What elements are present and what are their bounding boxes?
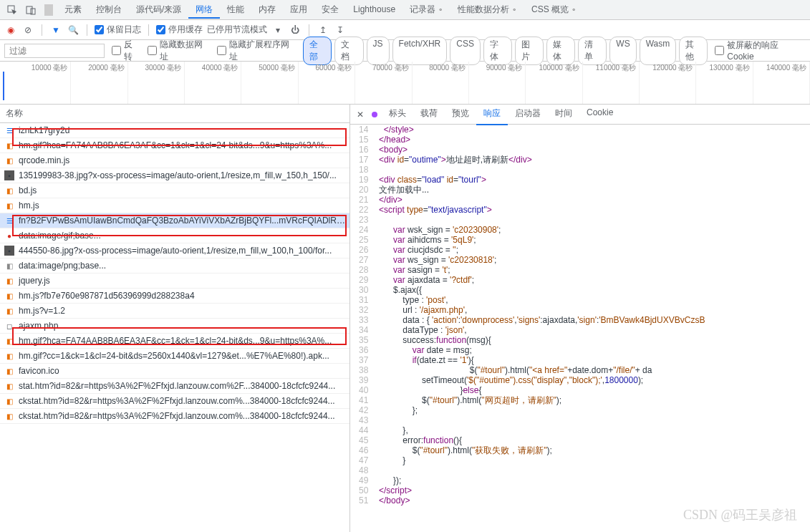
detail-tab-5[interactable]: 时间 <box>548 105 579 125</box>
invert-toggle[interactable]: 反转 <box>112 39 140 63</box>
panel-tab-7[interactable]: 安全 <box>314 1 346 19</box>
disable-cache-toggle[interactable]: 停用缓存 <box>156 24 203 36</box>
request-row[interactable]: ◻ajaxm.php <box>0 319 349 334</box>
type-pill-清单[interactable]: 清单 <box>578 37 607 65</box>
panel-tab-11[interactable]: CSS 概览⚬ <box>524 1 584 19</box>
file-type-icon: ◧ <box>4 200 14 211</box>
record-icon[interactable]: ◉ <box>4 24 17 37</box>
type-pill-JS[interactable]: JS <box>367 37 390 65</box>
panel-tab-9[interactable]: 记录器⚬ <box>402 1 450 19</box>
request-name: jquery.js <box>19 276 50 286</box>
throttling-select[interactable]: 已停用节流模式 <box>207 24 267 36</box>
hide-data-toggle[interactable]: 隐藏数据网址 <box>148 39 210 63</box>
type-pill-WS[interactable]: WS <box>609 37 636 65</box>
blocked-cookies-toggle[interactable]: 被屏蔽的响应 Cookie <box>715 39 806 62</box>
code-line: var ajaxdata = '?ctdf'; <box>374 275 806 285</box>
detail-tab-2[interactable]: 预览 <box>445 105 476 125</box>
detail-tab-3[interactable]: 响应 <box>476 105 508 125</box>
panel-tab-1[interactable]: 控制台 <box>89 1 129 19</box>
request-row[interactable]: ◧data:image/png;base... <box>0 258 349 274</box>
panel-tab-6[interactable]: 应用 <box>283 1 314 19</box>
request-list-panel: 名称 ☰iznLk17gry2d◧hm.gif?hca=FA74AAB8BA6E… <box>0 105 350 532</box>
request-row[interactable]: ◧ckstat.htm?id=82&r=https%3A%2F%2Ffxjd.l… <box>0 409 349 424</box>
type-pill-文档[interactable]: 文档 <box>334 37 363 65</box>
filter-icon[interactable]: ▼ <box>49 24 62 37</box>
response-code-view[interactable]: 1415161718192021222324252627282930313233… <box>350 125 810 532</box>
panel-tab-8[interactable]: Lighthouse <box>346 1 402 19</box>
request-row[interactable]: ◧bd.js <box>0 183 349 198</box>
detail-tab-4[interactable]: 启动器 <box>508 105 548 125</box>
type-pill-其他[interactable]: 其他 <box>679 37 708 65</box>
preserve-log-toggle[interactable]: 保留日志 <box>95 24 141 36</box>
panel-tab-0[interactable]: 元素 <box>57 1 89 19</box>
request-row[interactable]: ▪444550-86.jpg?x-oss-process=image/auto-… <box>0 243 349 258</box>
panel-tab-5[interactable]: 内存 <box>251 1 283 19</box>
request-row[interactable]: ☰iznLk17gry2d <box>0 123 349 138</box>
chevron-down-icon[interactable]: ▾ <box>271 24 284 37</box>
request-row[interactable]: ◧hm.gif?cc=1&ck=1&cl=24-bit&ds=2560x1440… <box>0 349 349 364</box>
request-row[interactable]: ◧favicon.ico <box>0 364 349 379</box>
panel-tab-10[interactable]: 性能数据分析⚬ <box>450 1 524 19</box>
type-pill-字体[interactable]: 字体 <box>483 37 512 65</box>
code-line: type : 'post', <box>374 295 806 305</box>
type-pill-图片[interactable]: 图片 <box>515 37 544 65</box>
name-column-header[interactable]: 名称 <box>0 105 349 123</box>
download-icon[interactable]: ↧ <box>334 24 347 37</box>
request-row[interactable]: ◧hm.gif?hca=FA74AAB8BA6EA3AF&cc=1&ck=1&c… <box>0 138 349 153</box>
request-name: ajaxm.php <box>19 321 58 331</box>
filter-input[interactable] <box>4 44 105 58</box>
hide-ext-toggle[interactable]: 隐藏扩展程序网址 <box>217 39 296 63</box>
upload-icon[interactable]: ↥ <box>317 24 329 37</box>
code-line: url : '/ajaxm.php', <box>374 305 806 315</box>
detail-tab-1[interactable]: 载荷 <box>413 105 445 125</box>
type-pill-全部[interactable]: 全部 <box>303 37 332 65</box>
request-name: stat.htm?id=82&r=https%3A%2F%2Ffxjd.lanz… <box>19 381 335 391</box>
type-pill-媒体[interactable]: 媒体 <box>546 37 575 65</box>
timeline-tick: 60000 毫秒 <box>299 62 355 104</box>
request-name: hm.gif?cc=1&ck=1&cl=24-bit&ds=2560x1440&… <box>19 351 329 361</box>
detail-panel: ✕ 标头载荷预览响应启动器时间Cookie 141516171819202122… <box>350 105 810 532</box>
filter-bar: 反转 隐藏数据网址 隐藏扩展程序网址 全部文档JSFetch/XHRCSS字体图… <box>0 40 810 62</box>
request-row[interactable]: ◧hm.js <box>0 198 349 213</box>
clear-icon[interactable]: ⊘ <box>21 24 34 37</box>
detail-tab-6[interactable]: Cookie <box>579 105 620 125</box>
line-gutter: 1415161718192021222324252627282930313233… <box>350 125 374 532</box>
file-type-icon: ◧ <box>4 366 14 376</box>
timeline-overview[interactable]: 10000 毫秒20000 毫秒30000 毫秒40000 毫秒50000 毫秒… <box>0 62 810 105</box>
request-row[interactable]: ◧hm.js?v=1.2 <box>0 304 349 319</box>
close-icon[interactable]: ✕ <box>353 110 367 120</box>
file-type-icon: ◧ <box>4 381 14 391</box>
request-row[interactable]: ●data:image/gif;base... <box>0 228 349 243</box>
code-line: }, <box>374 425 806 435</box>
search-icon[interactable]: 🔍 <box>67 24 79 37</box>
panel-tab-4[interactable]: 性能 <box>220 1 251 19</box>
code-line: </style> <box>374 125 806 135</box>
code-line <box>374 415 806 425</box>
device-mode-icon[interactable] <box>23 2 39 18</box>
request-row[interactable]: ◧jquery.js <box>0 274 349 289</box>
file-type-icon: ▪ <box>4 246 14 256</box>
panel-tab-2[interactable]: 源代码/来源 <box>129 1 188 19</box>
request-row[interactable]: ◧hm.js?fb7e760e987871d56396999d288238a4 <box>0 289 349 304</box>
inspect-icon[interactable] <box>4 2 20 18</box>
type-pill-Wasm[interactable]: Wasm <box>640 37 677 65</box>
code-line: var ws_sign = 'c20230818'; <box>374 255 806 265</box>
request-row[interactable]: ◧hm.gif?hca=FA74AAB8BA6EA3AF&cc=1&ck=1&c… <box>0 334 349 349</box>
type-filter-pills: 全部文档JSFetch/XHRCSS字体图片媒体清单WSWasm其他 <box>303 37 708 65</box>
type-pill-Fetch/XHR[interactable]: Fetch/XHR <box>392 37 448 65</box>
wifi-icon[interactable]: ⏻ <box>289 24 302 37</box>
request-row[interactable]: ◧qrcode.min.js <box>0 153 349 168</box>
request-row[interactable]: ◧ckstat.htm?id=82&r=https%3A%2F%2Ffxjd.l… <box>0 394 349 409</box>
code-line: <script type="text/javascript"> <box>374 205 806 215</box>
request-rows: ☰iznLk17gry2d◧hm.gif?hca=FA74AAB8BA6EA3A… <box>0 123 349 532</box>
request-name: hm.gif?hca=FA74AAB8BA6EA3AF&cc=1&ck=1&cl… <box>19 336 332 346</box>
request-row[interactable]: ☰fn?B2FVPwBsAmUIawBnCmdQaFQ3BzoAbAYiViVX… <box>0 213 349 228</box>
request-row[interactable]: ▪135199983-38.jpg?x-oss-process=image/au… <box>0 168 349 183</box>
request-name: hm.js?v=1.2 <box>19 306 65 316</box>
detail-tab-0[interactable]: 标头 <box>382 105 413 125</box>
file-type-icon: ◧ <box>4 155 14 165</box>
panel-tab-3[interactable]: 网络 <box>188 1 220 19</box>
code-line: success:function(msg){ <box>374 335 806 345</box>
request-row[interactable]: ◧stat.htm?id=82&r=https%3A%2F%2Ffxjd.lan… <box>0 379 349 394</box>
type-pill-CSS[interactable]: CSS <box>450 37 481 65</box>
